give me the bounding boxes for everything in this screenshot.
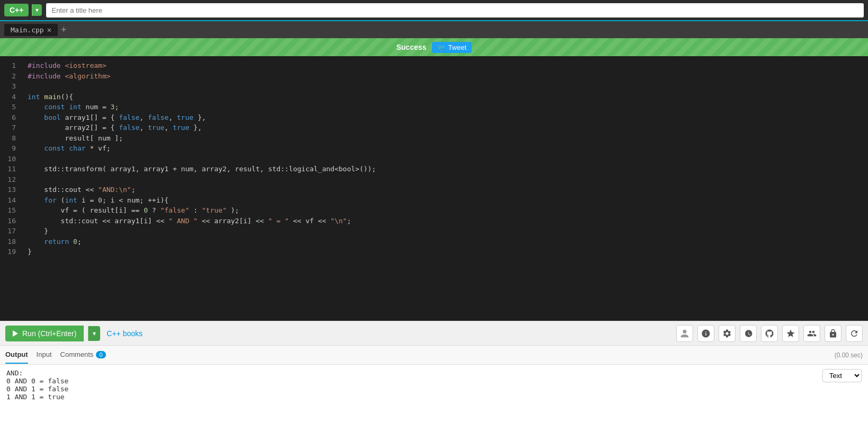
output-format-select[interactable]: Text HTML: [822, 369, 862, 382]
history-icon[interactable]: [740, 325, 757, 342]
output-line: AND:: [6, 369, 818, 377]
close-tab-icon[interactable]: ✕: [47, 26, 51, 33]
line-number: 15: [0, 205, 16, 216]
twitter-icon: 🐦: [437, 43, 446, 51]
line-number: 18: [0, 236, 16, 247]
line-number: 13: [0, 185, 16, 195]
line-number: 8: [0, 133, 16, 144]
line-number: 17: [0, 226, 16, 236]
info-icon[interactable]: [697, 325, 714, 342]
comments-tab-label: Comments: [60, 350, 94, 358]
output-line: 0 AND 0 = false: [6, 377, 818, 385]
language-dropdown-button[interactable]: ▾: [32, 4, 42, 16]
add-tab-button[interactable]: +: [61, 24, 67, 36]
github-icon[interactable]: [761, 325, 778, 342]
line-numbers: 1 2 3 4 5 6 7 8 9 10 11 12 13 14 15 16 1…: [0, 56, 21, 321]
file-tab-main[interactable]: Main.cpp ✕: [4, 24, 58, 36]
line-number: 1: [0, 60, 16, 71]
comments-tab[interactable]: Comments 0: [60, 346, 106, 364]
time-display: (0.00 sec): [835, 352, 863, 359]
settings-icon[interactable]: [719, 325, 736, 342]
output-tab-bar: Output Input Comments 0 (0.00 sec): [0, 346, 868, 365]
line-number: 11: [0, 164, 16, 174]
output-line: 0 AND 1 = false: [6, 385, 818, 393]
success-banner: Success 🐦 Tweet: [0, 38, 868, 56]
star-icon[interactable]: [782, 325, 799, 342]
line-number: 14: [0, 195, 16, 206]
output-tab[interactable]: Output: [5, 346, 28, 364]
language-label: C++: [10, 6, 23, 14]
line-number: 9: [0, 143, 16, 154]
line-number: 5: [0, 102, 16, 112]
bottom-toolbar: Run (Ctrl+Enter) ▾ C++ books: [0, 321, 868, 345]
output-content: AND: 0 AND 0 = false 0 AND 1 = false 1 A…: [0, 365, 868, 430]
language-button[interactable]: C++: [4, 4, 29, 16]
tab-label: Main.cpp: [11, 26, 44, 34]
run-dropdown-button[interactable]: ▾: [88, 326, 100, 341]
refresh-icon[interactable]: [846, 325, 863, 342]
team-icon[interactable]: [803, 325, 820, 342]
tab-bar: Main.cpp ✕ +: [0, 21, 868, 38]
line-number: 19: [0, 247, 16, 257]
lock-icon[interactable]: [825, 325, 842, 342]
title-input[interactable]: [46, 3, 864, 17]
output-format-area: Text HTML: [822, 369, 862, 382]
code-content[interactable]: #include <iostream> #include <algorithm>…: [21, 56, 868, 321]
input-tab[interactable]: Input: [37, 346, 52, 364]
tweet-button[interactable]: 🐦 Tweet: [432, 42, 472, 53]
line-number: 4: [0, 92, 16, 102]
line-number: 6: [0, 112, 16, 123]
user-icon[interactable]: [676, 325, 693, 342]
line-number: 16: [0, 216, 16, 226]
run-label: Run (Ctrl+Enter): [22, 329, 76, 338]
cpp-books-link[interactable]: C++ books: [107, 329, 143, 338]
line-number: 2: [0, 71, 16, 82]
output-panel: Output Input Comments 0 (0.00 sec) AND: …: [0, 345, 868, 430]
output-line: 1 AND 1 = true: [6, 393, 818, 401]
play-icon: [13, 330, 18, 337]
comments-badge: 0: [96, 351, 105, 358]
success-text: Success: [396, 43, 427, 51]
line-number: 7: [0, 122, 16, 133]
top-bar: C++ ▾: [0, 0, 868, 21]
run-button[interactable]: Run (Ctrl+Enter): [5, 326, 84, 341]
line-number: 3: [0, 81, 16, 92]
code-editor: 1 2 3 4 5 6 7 8 9 10 11 12 13 14 15 16 1…: [0, 56, 868, 321]
tweet-label: Tweet: [448, 43, 467, 51]
line-number: 12: [0, 174, 16, 185]
line-number: 10: [0, 154, 16, 164]
output-text: AND: 0 AND 0 = false 0 AND 1 = false 1 A…: [6, 369, 818, 401]
